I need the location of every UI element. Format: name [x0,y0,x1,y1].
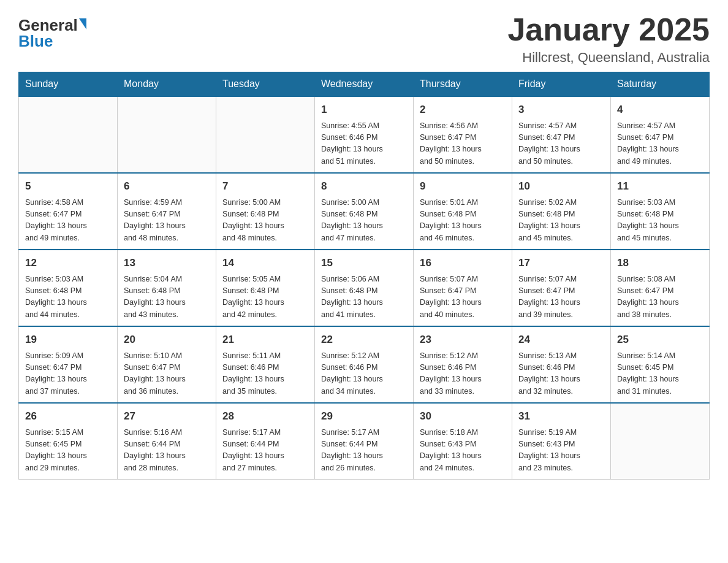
day-number: 24 [518,332,604,348]
calendar-cell: 24Sunrise: 5:13 AM Sunset: 6:46 PM Dayli… [512,326,611,403]
logo: General Blue [18,17,86,49]
day-info: Sunrise: 5:04 AM Sunset: 6:48 PM Dayligh… [124,274,210,321]
day-number: 3 [518,102,604,118]
calendar-cell: 9Sunrise: 5:01 AM Sunset: 6:48 PM Daylig… [414,173,512,250]
calendar-cell: 11Sunrise: 5:03 AM Sunset: 6:48 PM Dayli… [611,173,710,250]
day-info: Sunrise: 5:18 AM Sunset: 6:43 PM Dayligh… [420,427,506,475]
day-number: 14 [222,255,308,271]
calendar-cell: 14Sunrise: 5:05 AM Sunset: 6:48 PM Dayli… [216,250,315,326]
day-number: 29 [321,408,407,424]
day-info: Sunrise: 5:14 AM Sunset: 6:45 PM Dayligh… [617,350,703,398]
logo-triangle-icon [79,18,86,29]
day-info: Sunrise: 5:17 AM Sunset: 6:44 PM Dayligh… [321,427,407,475]
day-number: 23 [420,332,506,348]
day-number: 1 [321,102,407,118]
day-number: 10 [518,178,604,194]
day-number: 16 [420,255,506,271]
calendar-cell: 23Sunrise: 5:12 AM Sunset: 6:46 PM Dayli… [414,326,512,403]
day-number: 18 [617,255,703,271]
calendar-cell: 29Sunrise: 5:17 AM Sunset: 6:44 PM Dayli… [315,403,414,480]
day-info: Sunrise: 5:06 AM Sunset: 6:48 PM Dayligh… [321,274,407,321]
day-number: 25 [617,332,703,348]
calendar-cell: 31Sunrise: 5:19 AM Sunset: 6:43 PM Dayli… [512,403,611,480]
calendar-cell: 21Sunrise: 5:11 AM Sunset: 6:46 PM Dayli… [216,326,315,403]
calendar-cell: 13Sunrise: 5:04 AM Sunset: 6:48 PM Dayli… [118,250,216,326]
calendar-cell: 2Sunrise: 4:56 AM Sunset: 6:47 PM Daylig… [414,96,512,173]
day-number: 13 [124,255,210,271]
day-info: Sunrise: 5:02 AM Sunset: 6:48 PM Dayligh… [518,197,604,245]
title-block: January 2025 Hillcrest, Queensland, Aust… [507,12,710,66]
calendar-cell [118,96,216,173]
day-info: Sunrise: 4:57 AM Sunset: 6:47 PM Dayligh… [617,120,703,168]
calendar-header-friday: Friday [512,72,611,97]
calendar-cell [611,403,710,480]
day-info: Sunrise: 5:00 AM Sunset: 6:48 PM Dayligh… [321,197,407,245]
calendar-header-monday: Monday [118,72,216,97]
day-info: Sunrise: 5:01 AM Sunset: 6:48 PM Dayligh… [420,197,506,245]
calendar-cell: 26Sunrise: 5:15 AM Sunset: 6:45 PM Dayli… [19,403,118,480]
day-info: Sunrise: 5:12 AM Sunset: 6:46 PM Dayligh… [420,350,506,398]
day-number: 2 [420,102,506,118]
calendar-cell: 18Sunrise: 5:08 AM Sunset: 6:47 PM Dayli… [611,250,710,326]
day-info: Sunrise: 4:56 AM Sunset: 6:47 PM Dayligh… [420,120,506,168]
day-info: Sunrise: 4:58 AM Sunset: 6:47 PM Dayligh… [25,197,111,245]
calendar-cell: 30Sunrise: 5:18 AM Sunset: 6:43 PM Dayli… [414,403,512,480]
day-info: Sunrise: 5:16 AM Sunset: 6:44 PM Dayligh… [124,427,210,475]
day-number: 5 [25,178,111,194]
day-info: Sunrise: 5:08 AM Sunset: 6:47 PM Dayligh… [617,274,703,321]
day-info: Sunrise: 5:17 AM Sunset: 6:44 PM Dayligh… [222,427,308,475]
day-number: 7 [222,178,308,194]
day-number: 20 [124,332,210,348]
logo-text-blue: Blue [18,33,53,49]
month-title: January 2025 [507,12,710,47]
calendar-cell: 15Sunrise: 5:06 AM Sunset: 6:48 PM Dayli… [315,250,414,326]
day-info: Sunrise: 5:03 AM Sunset: 6:48 PM Dayligh… [25,274,111,321]
location-title: Hillcrest, Queensland, Australia [507,50,710,66]
day-number: 15 [321,255,407,271]
calendar-cell: 5Sunrise: 4:58 AM Sunset: 6:47 PM Daylig… [19,173,118,250]
day-info: Sunrise: 5:13 AM Sunset: 6:46 PM Dayligh… [518,350,604,398]
calendar-cell: 19Sunrise: 5:09 AM Sunset: 6:47 PM Dayli… [19,326,118,403]
calendar-cell: 4Sunrise: 4:57 AM Sunset: 6:47 PM Daylig… [611,96,710,173]
calendar-header-sunday: Sunday [19,72,118,97]
day-info: Sunrise: 5:15 AM Sunset: 6:45 PM Dayligh… [25,427,111,475]
day-info: Sunrise: 5:07 AM Sunset: 6:47 PM Dayligh… [518,274,604,321]
calendar-cell: 20Sunrise: 5:10 AM Sunset: 6:47 PM Dayli… [118,326,216,403]
day-number: 8 [321,178,407,194]
calendar-header-thursday: Thursday [414,72,512,97]
day-number: 31 [518,408,604,424]
calendar-cell: 17Sunrise: 5:07 AM Sunset: 6:47 PM Dayli… [512,250,611,326]
day-info: Sunrise: 4:57 AM Sunset: 6:47 PM Dayligh… [518,120,604,168]
calendar-cell: 28Sunrise: 5:17 AM Sunset: 6:44 PM Dayli… [216,403,315,480]
day-number: 12 [25,255,111,271]
calendar-cell: 6Sunrise: 4:59 AM Sunset: 6:47 PM Daylig… [118,173,216,250]
day-info: Sunrise: 5:07 AM Sunset: 6:47 PM Dayligh… [420,274,506,321]
day-number: 17 [518,255,604,271]
calendar-table: SundayMondayTuesdayWednesdayThursdayFrid… [18,72,710,480]
logo-text-black: General [18,17,78,33]
day-number: 28 [222,408,308,424]
day-info: Sunrise: 5:09 AM Sunset: 6:47 PM Dayligh… [25,350,111,398]
calendar-header-saturday: Saturday [611,72,710,97]
day-info: Sunrise: 5:00 AM Sunset: 6:48 PM Dayligh… [222,197,308,245]
page-header: General Blue January 2025 Hillcrest, Que… [18,12,710,66]
calendar-cell: 27Sunrise: 5:16 AM Sunset: 6:44 PM Dayli… [118,403,216,480]
day-number: 22 [321,332,407,348]
day-number: 27 [124,408,210,424]
calendar-cell: 8Sunrise: 5:00 AM Sunset: 6:48 PM Daylig… [315,173,414,250]
day-number: 26 [25,408,111,424]
day-info: Sunrise: 5:11 AM Sunset: 6:46 PM Dayligh… [222,350,308,398]
day-info: Sunrise: 5:05 AM Sunset: 6:48 PM Dayligh… [222,274,308,321]
day-info: Sunrise: 4:59 AM Sunset: 6:47 PM Dayligh… [124,197,210,245]
calendar-cell: 16Sunrise: 5:07 AM Sunset: 6:47 PM Dayli… [414,250,512,326]
day-number: 4 [617,102,703,118]
day-number: 9 [420,178,506,194]
day-number: 30 [420,408,506,424]
calendar-cell [19,96,118,173]
day-info: Sunrise: 5:19 AM Sunset: 6:43 PM Dayligh… [518,427,604,475]
day-info: Sunrise: 5:12 AM Sunset: 6:46 PM Dayligh… [321,350,407,398]
calendar-cell: 3Sunrise: 4:57 AM Sunset: 6:47 PM Daylig… [512,96,611,173]
day-number: 21 [222,332,308,348]
calendar-cell [216,96,315,173]
day-info: Sunrise: 4:55 AM Sunset: 6:46 PM Dayligh… [321,120,407,168]
